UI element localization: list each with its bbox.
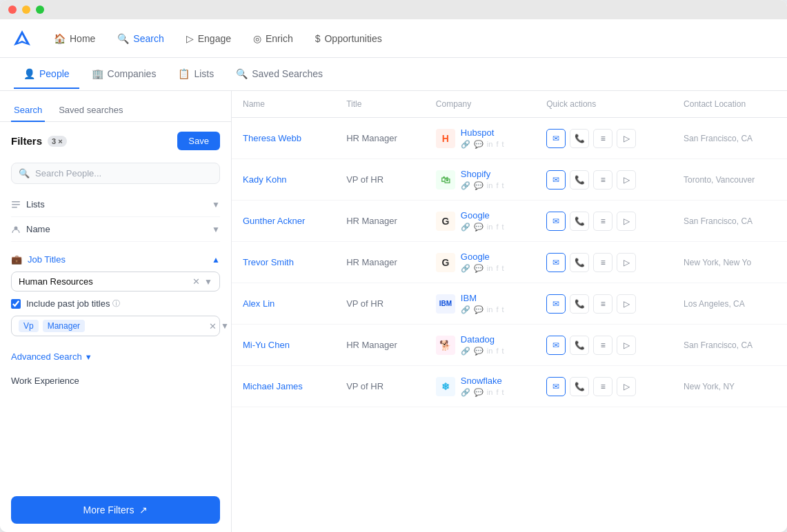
sequence-button-0[interactable]: ≡ [593,129,612,148]
phone-button-0[interactable]: 📞 [570,129,589,148]
engage-button-6[interactable]: ▷ [617,377,636,396]
person-location-4: Los Angeles, CA [684,299,745,309]
maximize-button[interactable] [36,6,44,14]
subnav-companies[interactable]: 🏢 Companies [82,60,166,89]
company-name-3[interactable]: Google [461,252,504,262]
table-row: Gunther Ackner HR Manager G Google 🔗 💬 i… [232,201,787,242]
person-name-5[interactable]: Mi-Yu Chen [243,340,290,350]
company-logo-6: ❄ [436,377,455,396]
person-name-2[interactable]: Gunther Ackner [243,216,305,226]
minimize-button[interactable] [22,6,30,14]
subnav-lists[interactable]: 📋 Lists [168,60,223,89]
tag-remove-icon[interactable]: ✕ [192,276,200,287]
email-button-2[interactable]: ✉ [546,212,566,231]
engage-button-2[interactable]: ▷ [617,212,636,231]
chat-icon: 💬 [474,223,484,232]
person-name-0[interactable]: Theresa Webb [243,133,301,143]
phone-button-3[interactable]: 📞 [570,253,589,272]
company-name-0[interactable]: Hubspot [461,127,504,138]
person-name-3[interactable]: Trevor Smith [243,257,294,267]
engage-button-5[interactable]: ▷ [617,336,636,355]
company-name-6[interactable]: Snowflake [461,376,504,386]
phone-button-2[interactable]: 📞 [570,212,589,231]
search-people-icon: 🔍 [19,168,30,178]
subnav-saved-searches[interactable]: 🔍 Saved Searches [226,60,332,89]
chat-icon: 💬 [474,347,484,356]
sidebar-tabs: Search Saved searches [0,91,231,122]
cell-location-1: Toronto, Vancouver [673,159,787,201]
sequence-button-2[interactable]: ≡ [593,212,612,231]
results-panel: Name Title Company Quick actions Contact… [232,91,787,532]
tag-dropdown-icon[interactable]: ▼ [204,277,212,287]
phone-button-6[interactable]: 📞 [570,377,589,396]
sidebar-tab-search[interactable]: Search [11,99,45,122]
link-icon: 🔗 [461,264,470,273]
sidebar: Search Saved searches Filters 3 × Save [0,91,232,532]
filter-badge[interactable]: 3 × [48,136,67,147]
email-button-6[interactable]: ✉ [546,377,566,396]
job-titles-chevron-icon: ▲ [212,255,220,265]
company-name-4[interactable]: IBM [461,293,504,303]
chat-icon: 💬 [474,264,484,273]
phone-button-1[interactable]: 📞 [570,170,589,190]
phone-button-4[interactable]: 📞 [570,294,589,314]
job-titles-header[interactable]: 💼 Job Titles ▲ [11,247,220,272]
filters-header: Filters 3 × Save [0,122,231,157]
engage-button-4[interactable]: ▷ [617,294,636,314]
person-location-1: Toronto, Vancouver [684,175,755,185]
filter-row-lists[interactable]: Lists ▼ [11,192,220,217]
advanced-search[interactable]: Advanced Search ▼ [0,345,231,367]
nav-search[interactable]: 🔍 Search [108,28,173,50]
close-button[interactable] [8,6,17,14]
subnav-people[interactable]: 👤 People [14,60,79,89]
company-name-2[interactable]: Google [461,210,504,221]
cell-location-5: San Francisco, CA [673,325,787,366]
engage-button-0[interactable]: ▷ [617,129,636,148]
email-button-3[interactable]: ✉ [546,253,566,272]
sequence-button-1[interactable]: ≡ [593,170,612,190]
include-past-checkbox[interactable] [11,299,21,309]
sequence-button-4[interactable]: ≡ [593,294,612,314]
nav-home[interactable]: 🏠 Home [44,28,105,50]
cell-name-2: Gunther Ackner [232,201,335,242]
nav-enrich[interactable]: ◎ Enrich [243,28,303,50]
sequence-button-3[interactable]: ≡ [593,253,612,272]
twitter-icon: t [501,305,504,314]
table-row: Michael James VP of HR ❄ Snowflake 🔗 💬 i… [232,366,787,407]
filter-row-name[interactable]: Name ▼ [11,217,220,242]
email-button-4[interactable]: ✉ [546,294,566,314]
email-button-1[interactable]: ✉ [546,170,566,190]
name-chevron-icon: ▼ [212,225,220,234]
email-button-5[interactable]: ✉ [546,336,566,355]
linkedin-icon: in [487,140,493,149]
email-button-0[interactable]: ✉ [546,129,566,148]
logo[interactable] [11,28,33,50]
company-name-1[interactable]: Shopify [461,169,504,179]
col-name: Name [232,91,335,118]
sequence-button-6[interactable]: ≡ [593,377,612,396]
company-name-5[interactable]: Datadog [461,334,504,345]
col-company: Company [425,91,535,118]
save-button[interactable]: Save [177,132,220,150]
cell-actions-0: ✉ 📞 ≡ ▷ [535,118,673,159]
table-row: Kady Kohn VP of HR 🛍 Shopify 🔗 💬 in f [232,159,787,201]
person-name-6[interactable]: Michael James [243,381,303,391]
nav-opportunities[interactable]: $ Opportunities [306,28,392,50]
multi-tag-text-input[interactable] [89,321,205,331]
sidebar-tab-saved[interactable]: Saved searches [56,99,126,122]
engage-button-3[interactable]: ▷ [617,253,636,272]
multi-tag-remove-icon[interactable]: ✕ [209,321,217,331]
tag-chip-vp[interactable]: Vp [19,320,39,332]
person-name-4[interactable]: Alex Lin [243,298,275,309]
more-filters-button[interactable]: More Filters ↗ [11,496,220,524]
engage-button-1[interactable]: ▷ [617,170,636,190]
phone-button-5[interactable]: 📞 [570,336,589,355]
nav-engage[interactable]: ▷ Engage [177,28,241,50]
cell-company-1: 🛍 Shopify 🔗 💬 in f t [425,159,535,201]
search-people-input[interactable] [35,168,212,178]
cell-name-4: Alex Lin [232,283,335,325]
person-name-1[interactable]: Kady Kohn [243,174,287,185]
tag-chip-manager[interactable]: Manager [43,320,85,332]
sequence-button-5[interactable]: ≡ [593,336,612,355]
multi-tag-dropdown-icon[interactable]: ▼ [221,321,229,331]
